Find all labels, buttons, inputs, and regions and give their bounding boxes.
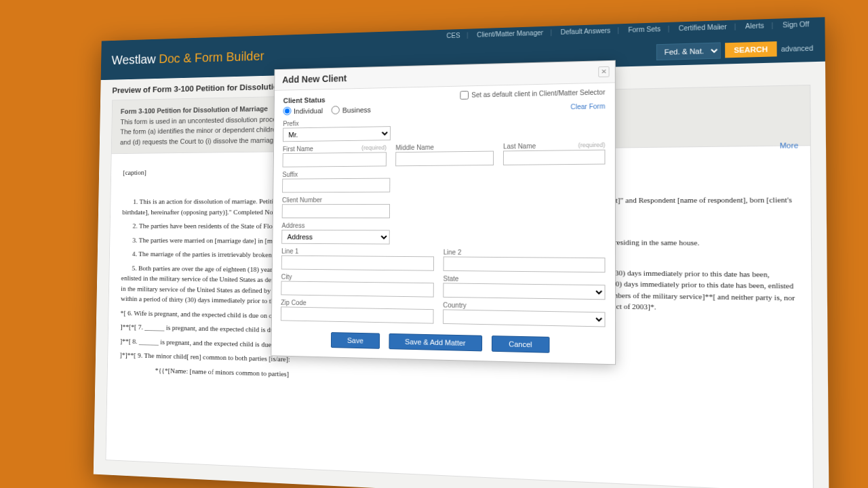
suffix-input[interactable] — [282, 178, 390, 193]
country-select[interactable] — [443, 309, 605, 327]
middlename-input[interactable] — [395, 151, 494, 167]
zip-input[interactable] — [281, 306, 434, 323]
city-input[interactable] — [281, 281, 434, 298]
radio-business[interactable]: Business — [332, 105, 371, 114]
prefix-select[interactable]: Mr. — [283, 126, 391, 142]
line2-input[interactable] — [443, 256, 606, 272]
middlename-label: Middle Name — [395, 143, 494, 151]
clientnumber-input[interactable] — [282, 204, 390, 218]
set-default-checkbox[interactable] — [460, 91, 469, 100]
line1-label: Line 1 — [281, 247, 434, 256]
address-label: Address — [281, 222, 389, 230]
firstname-input[interactable] — [283, 152, 387, 167]
save-add-matter-button[interactable]: Save & Add Matter — [389, 333, 482, 352]
save-button[interactable]: Save — [331, 332, 379, 349]
address-type-select[interactable]: Address — [281, 230, 390, 245]
lastname-input[interactable] — [503, 150, 606, 165]
clear-form-link[interactable]: Clear Form — [570, 102, 605, 110]
line2-label: Line 2 — [443, 249, 606, 257]
add-client-modal: Add New Client ✕ Set as default client i… — [271, 60, 616, 365]
line1-input[interactable] — [281, 256, 434, 271]
lastname-label: Last Name(required) — [503, 142, 606, 150]
cancel-button[interactable]: Cancel — [492, 336, 549, 353]
clientnumber-label: Client Number — [282, 196, 390, 203]
close-icon[interactable]: ✕ — [598, 66, 609, 77]
state-select[interactable] — [443, 283, 605, 300]
suffix-label: Suffix — [282, 170, 390, 178]
firstname-label: First Name(required) — [283, 144, 387, 152]
radio-individual[interactable]: Individual — [283, 106, 323, 115]
